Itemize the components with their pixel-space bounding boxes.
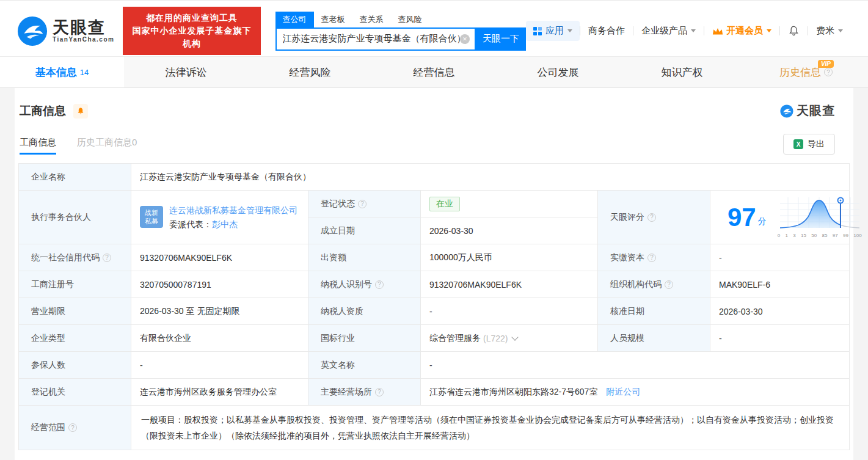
taxpayer-qualification-label: 纳税人资质 (308, 298, 421, 325)
tab-label: 经营风险 (290, 65, 331, 79)
help-icon[interactable] (647, 254, 656, 262)
subscribe-bell-button[interactable] (73, 104, 88, 119)
credit-code-value: 91320706MAK90ELF6K (131, 244, 308, 271)
search-input[interactable] (283, 34, 460, 44)
establish-date-value: 2026-03-30 (421, 217, 598, 244)
tianyancha-logo-icon (780, 104, 793, 118)
company-type-label: 企业类型 (19, 325, 131, 352)
search-input-box (275, 27, 476, 51)
username-label: 费米 (816, 25, 834, 37)
tab-intellectual-property[interactable]: 知识产权 (620, 57, 744, 87)
grid-icon (533, 27, 542, 35)
tab-history-info[interactable]: VIP 历史信息 (744, 57, 868, 87)
vip-label: 开通会员 (726, 25, 763, 37)
staff-size-value: - (710, 325, 850, 352)
apps-label: 应用 (545, 25, 564, 37)
tab-label: 公司发展 (538, 65, 579, 79)
company-type-value: 有限合伙企业 (131, 325, 308, 352)
business-term-value: 2026-03-30 至 无固定期限 (131, 298, 308, 325)
logo-name: 天眼查 (53, 19, 114, 36)
business-info-table: 企业名称 江苏连云港安防产业专项母基金（有限合伙） 执行事务合伙人 战新私募 连… (18, 163, 850, 450)
registration-authority-value: 连云港市海州区政务服务管理办公室 (131, 379, 308, 406)
search-tab-company[interactable]: 查公司 (275, 12, 314, 27)
tab-operation-info[interactable]: 经营信息 (372, 57, 496, 87)
enterprise-product-menu[interactable]: 企业级产品 (633, 25, 704, 37)
registration-number-label: 工商注册号 (19, 271, 131, 298)
representative-link[interactable]: 彭中杰 (212, 219, 238, 229)
business-term-label: 营业期限 (19, 298, 131, 325)
help-icon[interactable] (375, 388, 384, 396)
score-value: 97 (728, 205, 756, 230)
help-icon[interactable] (358, 200, 367, 208)
section-header: 工商信息 天眼查 (16, 103, 852, 119)
tab-company-development[interactable]: 公司发展 (496, 57, 620, 87)
bell-curve-chart (778, 196, 862, 230)
search-button[interactable]: 天眼一下 (476, 27, 526, 51)
staff-size-label: 人员规模 (598, 325, 710, 352)
tab-basic-info[interactable]: 基本信息 14 (0, 57, 124, 87)
export-button[interactable]: 导出 (783, 134, 835, 155)
org-code-value: MAK90ELF-6 (710, 271, 850, 298)
status-badge: 在业 (429, 197, 460, 211)
vip-badge: VIP (818, 60, 834, 68)
help-icon[interactable] (375, 280, 384, 289)
bell-icon (788, 25, 800, 37)
approval-date-label: 核准日期 (598, 298, 710, 325)
company-name-value: 江苏连云港安防产业专项母基金（有限合伙） (131, 164, 850, 191)
org-code-label: 组织机构代码 (598, 271, 710, 298)
business-info-card: 工商信息 天眼查 工商信息 历史工商信息0 导出 (15, 88, 853, 460)
chevron-down-icon[interactable] (512, 334, 519, 340)
company-name-label: 企业名称 (19, 164, 131, 191)
tab-operation-risk[interactable]: 经营风险 (248, 57, 372, 87)
notifications-button[interactable] (780, 25, 808, 37)
tab-legal-litigation[interactable]: 法律诉讼 (124, 57, 248, 87)
bell-icon (76, 107, 85, 115)
search-tab-boss[interactable]: 查老板 (314, 12, 352, 27)
user-account-menu[interactable]: 费米 (808, 25, 851, 37)
table-row: 执行事务合伙人 战新私募 连云港战新私募基金管理有限公司 委派代表：彭中杰 登记… (19, 191, 850, 217)
nearby-companies-link[interactable]: 附近公司 (606, 387, 640, 396)
insured-count-value: - (131, 352, 308, 379)
contribution-label: 出资额 (308, 244, 421, 271)
apps-menu[interactable]: 应用 (526, 21, 580, 41)
subtab-business-info[interactable]: 工商信息 (20, 137, 56, 155)
executive-partner-cell: 战新私募 连云港战新私募基金管理有限公司 委派代表：彭中杰 (131, 191, 308, 244)
table-row: 经营范围 一般项目：股权投资；以私募基金从事股权投资、投资管理、资产管理等活动（… (19, 406, 850, 450)
partner-company-link[interactable]: 连云港战新私募基金管理有限公司 (169, 205, 297, 215)
table-row: 统一社会信用代码 91320706MAK90ELF6K 出资额 100000万人… (19, 244, 850, 271)
tianyan-score-label: 天眼评分 (598, 191, 710, 244)
help-icon[interactable] (647, 213, 656, 222)
industry-code: (L722) (483, 334, 508, 343)
score-distribution-chart: 0131550859799100 (778, 196, 862, 238)
tab-count: 14 (80, 68, 89, 77)
table-row: 工商注册号 320705000787191 纳税人识别号 91320706MAK… (19, 271, 850, 298)
search-tab-risk[interactable]: 查风险 (391, 12, 429, 27)
help-icon[interactable] (68, 423, 77, 432)
score-unit: 分 (758, 216, 767, 227)
business-cooperation-link[interactable]: 商务合作 (580, 25, 633, 37)
chevron-down-icon (567, 29, 572, 32)
partner-avatar[interactable]: 战新私募 (140, 206, 163, 228)
subtab-row: 工商信息 历史工商信息0 导出 (20, 134, 835, 155)
paid-capital-label: 实缴资本 (598, 244, 710, 271)
search-tabs: 查公司 查老板 查关系 查风险 (275, 12, 526, 27)
tianyan-score-cell: 97 分 (710, 191, 850, 244)
subtab-history-business-info[interactable]: 历史工商信息0 (77, 137, 137, 155)
search-area: 查公司 查老板 查关系 查风险 天眼一下 (275, 12, 526, 51)
paid-capital-value: - (710, 244, 850, 271)
help-icon[interactable] (824, 68, 833, 76)
search-tab-relation[interactable]: 查关系 (352, 12, 391, 27)
establish-date-label: 成立日期 (308, 217, 421, 244)
contribution-value: 100000万人民币 (421, 244, 598, 271)
table-row: 登记机关 连云港市海州区政务服务管理办公室 主要经营场所 江苏省连云港市海州区朝… (19, 379, 850, 406)
open-vip-menu[interactable]: 开通会员 (704, 25, 779, 37)
insured-count-label: 参保人数 (19, 352, 131, 379)
credit-code-label: 统一社会信用代码 (19, 244, 131, 271)
tab-label: 历史信息 (779, 65, 821, 79)
watermark-text: 天眼查 (797, 103, 835, 119)
tianyancha-logo[interactable]: 天眼查 TianYanCha.com (17, 16, 114, 46)
help-icon[interactable] (665, 280, 673, 289)
registration-status-label: 登记状态 (308, 191, 421, 217)
help-icon[interactable] (103, 254, 111, 262)
clear-icon[interactable] (460, 34, 470, 44)
